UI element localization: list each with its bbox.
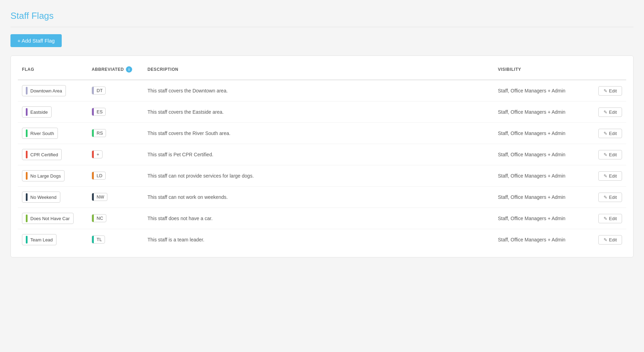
- description-cell: This staff covers the Downtown area.: [143, 80, 494, 102]
- flag-cell: Eastside: [18, 102, 88, 123]
- flag-label: No Weekend: [30, 195, 56, 200]
- table-row: Does Not Have Car NC This staff does not…: [18, 208, 626, 229]
- table-header-row: FLAG ABBREVIATED i DESCRIPTION VISIBILIT…: [18, 63, 626, 80]
- action-cell: ✎ Edit: [591, 102, 626, 123]
- abbr-cell: NW: [88, 187, 143, 208]
- flag-color-bar: [26, 151, 28, 158]
- abbr-text: LD: [94, 172, 105, 179]
- flag-label: No Large Dogs: [30, 173, 61, 179]
- col-header-abbreviated: ABBREVIATED i: [88, 63, 143, 80]
- edit-button[interactable]: ✎ Edit: [598, 129, 622, 138]
- flag-cell: No Weekend: [18, 187, 88, 208]
- abbr-badge: LD: [92, 172, 106, 180]
- edit-icon: ✎: [604, 110, 607, 115]
- abbr-text: DT: [94, 87, 105, 94]
- flag-cell: River South: [18, 123, 88, 144]
- abbr-badge: DT: [92, 87, 106, 95]
- abbr-cell: NC: [88, 208, 143, 229]
- flag-badge: Downtown Area: [22, 85, 66, 96]
- description-cell: This staff covers the Eastside area.: [143, 102, 494, 123]
- edit-button[interactable]: ✎ Edit: [598, 150, 622, 159]
- edit-label: Edit: [609, 195, 617, 200]
- flag-badge: Does Not Have Car: [22, 213, 74, 224]
- abbr-text: NW: [94, 193, 107, 201]
- edit-label: Edit: [609, 216, 617, 221]
- abbr-cell: LD: [88, 165, 143, 187]
- action-cell: ✎ Edit: [591, 229, 626, 250]
- edit-icon: ✎: [604, 152, 607, 157]
- visibility-cell: Staff, Office Managers + Admin: [494, 123, 591, 144]
- flag-badge: No Weekend: [22, 192, 60, 203]
- edit-label: Edit: [609, 110, 617, 115]
- flag-cell: No Large Dogs: [18, 165, 88, 187]
- flag-cell: Downtown Area: [18, 80, 88, 102]
- flag-label: Does Not Have Car: [30, 216, 70, 221]
- edit-label: Edit: [609, 88, 617, 93]
- flag-badge: Team Lead: [22, 234, 56, 245]
- col-header-description: DESCRIPTION: [143, 63, 494, 80]
- edit-icon: ✎: [604, 237, 607, 242]
- abbr-cell: ES: [88, 102, 143, 123]
- flag-color-bar: [26, 215, 28, 222]
- description-cell: This staff covers the River South area.: [143, 123, 494, 144]
- flag-label: CPR Certified: [30, 152, 58, 157]
- description-cell: This staff is Pet CPR Certified.: [143, 144, 494, 165]
- edit-button[interactable]: ✎ Edit: [598, 235, 622, 245]
- action-cell: ✎ Edit: [591, 187, 626, 208]
- visibility-cell: Staff, Office Managers + Admin: [494, 208, 591, 229]
- abbreviated-info-icon[interactable]: i: [126, 66, 132, 73]
- abbr-text: ES: [94, 108, 105, 115]
- abbr-cell: +: [88, 144, 143, 165]
- abbr-badge: NW: [92, 193, 107, 201]
- page-title: Staff Flags: [10, 10, 634, 21]
- visibility-cell: Staff, Office Managers + Admin: [494, 229, 591, 250]
- edit-icon: ✎: [604, 131, 607, 136]
- flag-badge: Eastside: [22, 106, 52, 118]
- flag-color-bar: [26, 108, 28, 116]
- flag-label: Eastside: [30, 110, 48, 115]
- edit-button[interactable]: ✎ Edit: [598, 171, 622, 181]
- abbr-badge: ES: [92, 108, 106, 116]
- abbr-badge: +: [92, 150, 103, 158]
- flag-cell: CPR Certified: [18, 144, 88, 165]
- description-cell: This staff can not work on weekends.: [143, 187, 494, 208]
- table-row: River South RS This staff covers the Riv…: [18, 123, 626, 144]
- col-header-visibility: VISIBILITY: [494, 63, 591, 80]
- edit-icon: ✎: [604, 216, 607, 221]
- edit-button[interactable]: ✎ Edit: [598, 214, 622, 223]
- table-row: Downtown Area DT This staff covers the D…: [18, 80, 626, 102]
- abbr-badge: RS: [92, 129, 106, 137]
- abbr-badge: NC: [92, 214, 106, 222]
- abbr-text: NC: [94, 215, 106, 222]
- edit-button[interactable]: ✎ Edit: [598, 107, 622, 117]
- flag-label: Team Lead: [30, 237, 53, 242]
- flag-label: Downtown Area: [30, 88, 62, 93]
- flag-color-bar: [26, 172, 28, 180]
- edit-label: Edit: [609, 173, 617, 179]
- add-staff-flag-button[interactable]: + Add Staff Flag: [10, 34, 62, 47]
- action-cell: ✎ Edit: [591, 80, 626, 102]
- visibility-cell: Staff, Office Managers + Admin: [494, 80, 591, 102]
- edit-button[interactable]: ✎ Edit: [598, 86, 622, 96]
- flag-cell: Does Not Have Car: [18, 208, 88, 229]
- description-cell: This staff is a team leader.: [143, 229, 494, 250]
- table-row: Eastside ES This staff covers the Eastsi…: [18, 102, 626, 123]
- edit-label: Edit: [609, 131, 617, 136]
- title-divider: [10, 27, 634, 27]
- visibility-cell: Staff, Office Managers + Admin: [494, 165, 591, 187]
- flag-label: River South: [30, 131, 54, 136]
- abbr-badge: TL: [92, 235, 105, 244]
- visibility-cell: Staff, Office Managers + Admin: [494, 144, 591, 165]
- action-cell: ✎ Edit: [591, 123, 626, 144]
- abbr-text: RS: [94, 129, 106, 137]
- description-cell: This staff does not have a car.: [143, 208, 494, 229]
- table-row: Team Lead TL This staff is a team leader…: [18, 229, 626, 250]
- table-row: No Large Dogs LD This staff can not prov…: [18, 165, 626, 187]
- visibility-cell: Staff, Office Managers + Admin: [494, 102, 591, 123]
- page-container: Staff Flags + Add Staff Flag FLAG ABBREV…: [0, 0, 644, 352]
- abbr-cell: RS: [88, 123, 143, 144]
- table-row: No Weekend NW This staff can not work on…: [18, 187, 626, 208]
- table-row: CPR Certified + This staff is Pet CPR Ce…: [18, 144, 626, 165]
- edit-icon: ✎: [604, 195, 607, 200]
- edit-button[interactable]: ✎ Edit: [598, 193, 622, 202]
